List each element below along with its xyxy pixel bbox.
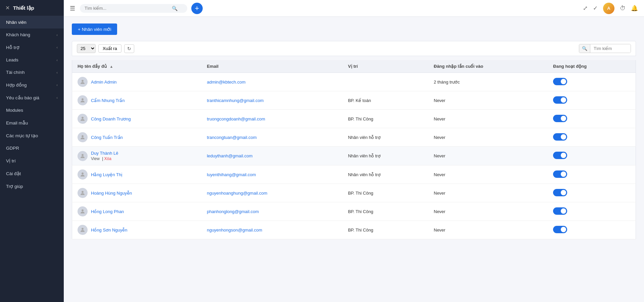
sidebar-item-khach-hang[interactable]: Khách hàng‹ <box>0 29 64 41</box>
cell-position: BP. Thi Công <box>343 202 429 221</box>
cell-last-login: Never <box>429 221 548 239</box>
sidebar-item-gdpr[interactable]: GDPR <box>0 142 64 154</box>
cell-position: BP. Thi Công <box>343 110 429 128</box>
chevron-icon: ‹ <box>56 45 58 49</box>
svg-point-3 <box>82 135 84 137</box>
user-name[interactable]: Admin Admin <box>91 80 117 85</box>
cell-active <box>548 165 636 184</box>
sidebar-item-vi-tri[interactable]: Vị trí <box>0 154 64 167</box>
search-input[interactable] <box>85 6 172 11</box>
search-icon[interactable]: 🔍 <box>172 6 178 11</box>
refresh-button[interactable]: ↻ <box>124 44 134 53</box>
col-position: Vị trí <box>343 60 429 73</box>
cell-email: tranthicamnhung@gmail.com <box>201 91 343 110</box>
chevron-icon: ‹ <box>56 58 58 62</box>
cell-last-login: Never <box>429 202 548 221</box>
user-avatar-icon <box>78 225 88 235</box>
sidebar-item-ho-tro[interactable]: Hỗ trợ‹ <box>0 41 64 54</box>
active-toggle[interactable] <box>553 170 567 178</box>
cell-email: nguyenhongson@gmail.com <box>201 221 343 239</box>
user-name[interactable]: Công Tuấn Trần <box>91 135 123 140</box>
cell-active <box>548 73 636 91</box>
user-name-cell: Công Doanh Trương <box>91 116 131 121</box>
user-name[interactable]: Hồng Sơn Nguyễn <box>91 228 128 233</box>
user-name[interactable]: Hoàng Hùng Nguyễn <box>91 191 132 196</box>
active-toggle[interactable] <box>553 207 567 215</box>
user-name[interactable]: Hằng Luyện Thị <box>91 172 122 177</box>
active-toggle[interactable] <box>553 78 567 85</box>
active-toggle[interactable] <box>553 96 567 104</box>
user-name[interactable]: Hồng Long Phan <box>91 209 124 214</box>
user-cell: Hồng Sơn Nguyễn <box>78 225 196 235</box>
sidebar-item-label: Nhân viên <box>6 20 27 25</box>
cell-active <box>548 221 636 239</box>
chevron-icon: ‹ <box>56 83 58 87</box>
user-cell: Hồng Long Phan <box>78 206 196 216</box>
sidebar-item-hop-dong[interactable]: Hợp đồng‹ <box>0 79 64 91</box>
active-toggle[interactable] <box>553 115 567 122</box>
menu-icon[interactable]: ☰ <box>70 5 75 12</box>
user-name[interactable]: Công Doanh Trương <box>91 116 131 121</box>
page-content: + Nhân viên mới 25 50 100 Xuất ra ↻ 🔍 <box>64 17 644 302</box>
sidebar-item-modules[interactable]: Modules <box>0 104 64 116</box>
delete-link[interactable]: Xóa <box>104 156 111 161</box>
cell-email: truongcongdoanh@gmail.com <box>201 110 343 128</box>
email-link[interactable]: nguyenhoanghung@gmail.com <box>207 191 267 196</box>
svg-point-1 <box>82 98 84 100</box>
share-icon[interactable]: ⤢ <box>583 5 588 12</box>
sidebar-item-email-mau[interactable]: Email mẫu <box>0 116 64 129</box>
per-page-select[interactable]: 25 50 100 <box>77 44 96 53</box>
cell-position: Nhân viên hỗ trợ <box>343 165 429 184</box>
sidebar-item-cai-dat[interactable]: Cài đặt <box>0 167 64 180</box>
check-icon[interactable]: ✓ <box>593 5 598 12</box>
user-avatar-icon <box>78 206 88 216</box>
bell-icon[interactable]: 🔔 <box>631 5 638 12</box>
svg-point-5 <box>82 172 84 174</box>
email-link[interactable]: nguyenhongson@gmail.com <box>207 228 262 233</box>
cell-email: phanhonglong@gmail.com <box>201 202 343 221</box>
cell-name: Hồng Sơn Nguyễn <box>72 221 202 239</box>
sidebar-item-label: Leads <box>6 57 18 62</box>
user-name[interactable]: Cẩm Nhung Trần <box>91 98 125 103</box>
toggle-slider <box>553 170 567 178</box>
user-name-cell: Hoàng Hùng Nguyễn <box>91 191 132 196</box>
active-toggle[interactable] <box>553 226 567 233</box>
sidebar-item-nhan-vien[interactable]: Nhân viên <box>0 16 64 29</box>
user-name-cell: Hồng Long Phan <box>91 209 124 214</box>
table-row: Công Doanh Trương truongcongdoanh@gmail.… <box>72 110 636 128</box>
close-icon[interactable]: ✕ <box>5 5 10 11</box>
active-toggle[interactable] <box>553 133 567 141</box>
email-link[interactable]: tranthicamnhung@gmail.com <box>207 98 263 103</box>
svg-point-6 <box>82 191 84 193</box>
avatar[interactable]: A <box>603 3 614 14</box>
email-link[interactable]: luyenthihang@gmail.com <box>207 172 256 177</box>
search-mini-input[interactable] <box>590 44 631 53</box>
new-employee-button[interactable]: + Nhân viên mới <box>72 23 117 35</box>
table-row: Hoàng Hùng Nguyễn nguyenhoanghung@gmail.… <box>72 184 636 202</box>
export-button[interactable]: Xuất ra <box>98 44 121 53</box>
sidebar-item-cac-muc-tu-tao[interactable]: Các mục tự tạo <box>0 129 64 142</box>
email-link[interactable]: truongcongdoanh@gmail.com <box>207 116 265 121</box>
sidebar-item-label: Modules <box>6 108 23 113</box>
email-link[interactable]: trancongtuan@gmail.com <box>207 135 256 140</box>
email-link[interactable]: admin@kbtech.com <box>207 80 245 85</box>
col-active: Đang hoạt động <box>548 60 636 73</box>
toggle-slider <box>553 133 567 141</box>
sidebar-item-yeu-cau-bao-gia[interactable]: Yêu cầu báo giá‹ <box>0 91 64 104</box>
email-link[interactable]: leduythanh@gmail.com <box>207 153 252 158</box>
email-link[interactable]: phanhonglong@gmail.com <box>207 209 259 214</box>
cell-last-login: Never <box>429 91 548 110</box>
col-name[interactable]: Họ tên đầy đủ ▲ <box>72 60 202 73</box>
sidebar-item-tro-giup[interactable]: Trợ giúp <box>0 180 64 193</box>
active-toggle[interactable] <box>553 152 567 159</box>
active-toggle[interactable] <box>553 189 567 196</box>
user-name[interactable]: Duy Thành Lê <box>91 151 118 156</box>
sidebar-item-label: Email mẫu <box>6 120 28 125</box>
sidebar-item-leads[interactable]: Leads‹ <box>0 54 64 66</box>
sidebar-item-tai-chinh[interactable]: Tài chính‹ <box>0 66 64 79</box>
view-link[interactable]: View <box>91 156 100 161</box>
clock-icon[interactable]: ⏱ <box>620 5 626 12</box>
table-row: Duy Thành Lê View | Xóa leduythanh@gmail… <box>72 147 636 165</box>
user-cell: Cẩm Nhung Trần <box>78 95 196 105</box>
add-button[interactable]: + <box>191 3 203 14</box>
